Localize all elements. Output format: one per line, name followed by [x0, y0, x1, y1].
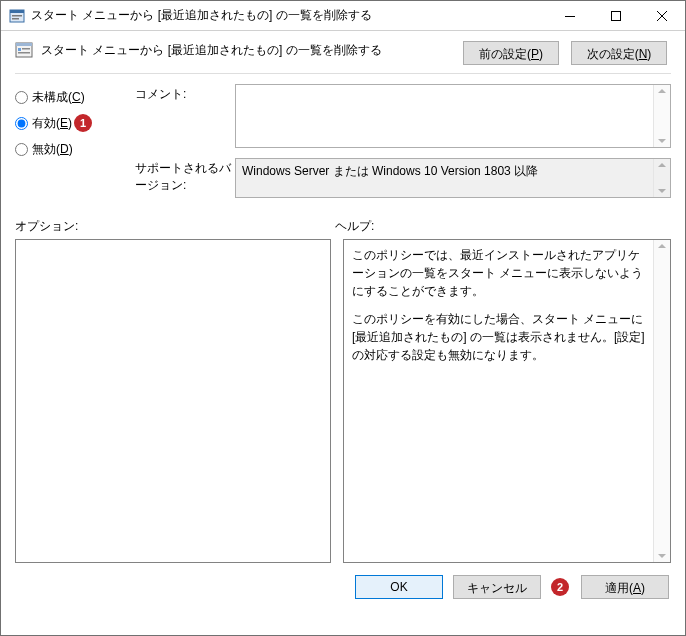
callout-1: 1 [74, 114, 92, 132]
svg-rect-12 [18, 52, 30, 54]
separator [15, 73, 671, 74]
radio-unconfigured-input[interactable] [15, 91, 28, 104]
radio-unconfigured[interactable]: 未構成(C) [15, 84, 125, 110]
cancel-button[interactable]: キャンセル [453, 575, 541, 599]
comment-label: コメント: [135, 84, 235, 148]
version-scrollbar[interactable] [653, 159, 670, 197]
scroll-up-icon [658, 163, 666, 167]
window-icon [9, 8, 25, 24]
config-area: 未構成(C) 有効(E) 1 無効(D) コメント: サポートされるバージョン: [1, 78, 685, 208]
svg-rect-11 [22, 48, 30, 50]
comment-scrollbar[interactable] [653, 85, 670, 147]
help-label: ヘルプ: [335, 218, 374, 235]
window-controls [547, 1, 685, 30]
radio-disabled-input[interactable] [15, 143, 28, 156]
options-panel [15, 239, 331, 563]
panels: このポリシーでは、最近インストールされたアプリケーションの一覧をスタート メニュ… [1, 239, 685, 563]
apply-button[interactable]: 適用(A) [581, 575, 669, 599]
close-button[interactable] [639, 1, 685, 30]
scroll-down-icon [658, 139, 666, 143]
scroll-down-icon [658, 189, 666, 193]
header: スタート メニューから [最近追加されたもの] の一覧を削除する 前の設定(P)… [1, 31, 685, 73]
scroll-up-icon [658, 89, 666, 93]
help-text: このポリシーでは、最近インストールされたアプリケーションの一覧をスタート メニュ… [344, 240, 670, 380]
minimize-button[interactable] [547, 1, 593, 30]
svg-rect-4 [565, 16, 575, 17]
comment-textbox[interactable] [235, 84, 671, 148]
svg-rect-2 [12, 15, 22, 17]
version-label: サポートされるバージョン: [135, 158, 235, 198]
version-textbox: Windows Server または Windows 10 Version 18… [235, 158, 671, 198]
svg-rect-5 [612, 11, 621, 20]
radio-enabled-input[interactable] [15, 117, 28, 130]
comment-row: コメント: [135, 84, 671, 148]
callout-2: 2 [551, 578, 569, 596]
svg-rect-10 [18, 48, 21, 51]
ok-button[interactable]: OK [355, 575, 443, 599]
policy-title: スタート メニューから [最近追加されたもの] の一覧を削除する [41, 41, 382, 59]
window-title: スタート メニューから [最近追加されたもの] の一覧を削除する [31, 7, 547, 24]
options-label: オプション: [15, 218, 335, 235]
state-radios: 未構成(C) 有効(E) 1 無効(D) [15, 84, 125, 208]
help-panel: このポリシーでは、最近インストールされたアプリケーションの一覧をスタート メニュ… [343, 239, 671, 563]
radio-disabled[interactable]: 無効(D) [15, 136, 125, 162]
scroll-up-icon [658, 244, 666, 248]
next-setting-button[interactable]: 次の設定(N) [571, 41, 667, 65]
policy-icon [15, 41, 33, 59]
section-labels: オプション: ヘルプ: [1, 208, 685, 239]
scroll-down-icon [658, 554, 666, 558]
radio-enabled[interactable]: 有効(E) 1 [15, 110, 125, 136]
help-paragraph: このポリシーでは、最近インストールされたアプリケーションの一覧をスタート メニュ… [352, 246, 650, 300]
fields: コメント: サポートされるバージョン: Windows Server または W… [135, 84, 671, 208]
version-row: サポートされるバージョン: Windows Server または Windows… [135, 158, 671, 198]
maximize-button[interactable] [593, 1, 639, 30]
svg-rect-3 [12, 18, 19, 20]
help-scrollbar[interactable] [653, 240, 670, 562]
version-value: Windows Server または Windows 10 Version 18… [236, 159, 670, 184]
svg-rect-1 [10, 10, 24, 13]
svg-rect-9 [16, 43, 32, 46]
dialog-footer: OK キャンセル 2 適用(A) [1, 563, 685, 599]
previous-setting-button[interactable]: 前の設定(P) [463, 41, 559, 65]
help-paragraph: このポリシーを有効にした場合、スタート メニューに [最近追加されたもの] の一… [352, 310, 650, 364]
titlebar: スタート メニューから [最近追加されたもの] の一覧を削除する [1, 1, 685, 31]
